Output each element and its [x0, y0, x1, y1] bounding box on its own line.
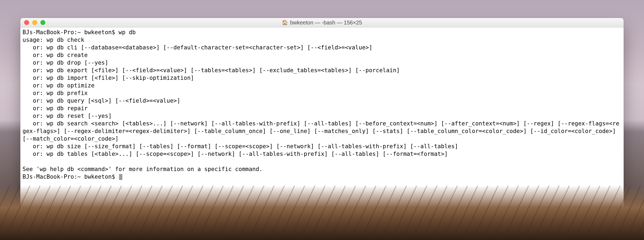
window-titlebar[interactable]: 🏠 bwkeeton — -bash — 156×25: [20, 18, 624, 27]
window-title: 🏠 bwkeeton — -bash — 156×25: [20, 20, 624, 26]
window-controls: [24, 20, 45, 25]
window-title-text: bwkeeton — -bash — 156×25: [290, 20, 362, 26]
terminal-body[interactable]: BJs-MacBook-Pro:~ bwkeeton$ wp db usage:…: [20, 27, 624, 228]
command-output: usage: wp db check or: wp db cli [--data…: [23, 37, 619, 172]
zoom-button[interactable]: [40, 20, 45, 25]
minimize-button[interactable]: [32, 20, 37, 25]
entered-command: wp db: [119, 29, 136, 36]
text-cursor: [119, 174, 122, 180]
home-icon: 🏠: [282, 20, 288, 25]
desktop-background: 🏠 bwkeeton — -bash — 156×25 BJs-MacBook-…: [0, 0, 644, 240]
terminal-window[interactable]: 🏠 bwkeeton — -bash — 156×25 BJs-MacBook-…: [20, 18, 624, 228]
prompt: BJs-MacBook-Pro:~ bwkeeton$: [23, 173, 119, 180]
close-button[interactable]: [24, 20, 29, 25]
terminal-output[interactable]: BJs-MacBook-Pro:~ bwkeeton$ wp db usage:…: [23, 29, 621, 181]
prompt: BJs-MacBook-Pro:~ bwkeeton$: [23, 29, 119, 36]
